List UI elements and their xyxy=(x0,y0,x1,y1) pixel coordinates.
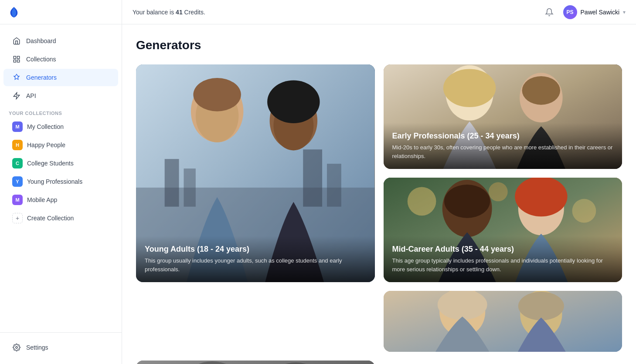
svg-rect-1 xyxy=(17,56,20,58)
coll-avatar-m: M xyxy=(12,121,23,132)
topbar-right: PS Pawel Sawicki ▾ xyxy=(542,5,626,19)
sidebar-item-settings[interactable]: Settings xyxy=(3,339,118,356)
svg-point-35 xyxy=(518,292,564,320)
sidebar-item-mobile-app[interactable]: M Mobile App xyxy=(3,191,118,209)
sidebar-item-college-students[interactable]: C College Students xyxy=(3,155,118,172)
svg-point-5 xyxy=(16,347,18,349)
plus-icon: + xyxy=(12,213,23,223)
main-nav: Dashboard Collections xyxy=(0,31,122,105)
svg-point-20 xyxy=(443,69,495,108)
svg-point-16 xyxy=(193,78,241,111)
coll-avatar-h: H xyxy=(12,140,23,150)
collections-icon xyxy=(12,55,21,64)
coll-avatar-c: C xyxy=(12,158,23,169)
chevron-down-icon: ▾ xyxy=(623,9,626,15)
svg-point-28 xyxy=(444,185,490,218)
rocket-icon xyxy=(12,73,21,82)
svg-point-30 xyxy=(515,178,567,216)
logo xyxy=(7,5,21,19)
card-title-early-prof: Early Professionals (25 - 34 years) xyxy=(392,131,614,141)
coll-label-college-students: College Students xyxy=(27,160,74,167)
svg-point-26 xyxy=(488,182,507,202)
sidebar-bottom: Settings xyxy=(0,332,122,357)
svg-point-24 xyxy=(407,187,436,216)
bell-icon xyxy=(545,8,554,17)
user-name: Pawel Sawicki xyxy=(581,9,619,16)
card-young-adults[interactable]: Young Adults (18 - 24 years) This group … xyxy=(136,64,375,282)
card-desc-early-prof: Mid-20s to early 30s, often covering peo… xyxy=(392,143,614,160)
avatar: PS xyxy=(563,5,577,19)
card-overlay-young-adults: Young Adults (18 - 24 years) This group … xyxy=(136,236,375,282)
sidebar-label-generators: Generators xyxy=(26,74,57,81)
topbar-logo-area xyxy=(0,0,122,24)
card-overlay-early-prof: Early Professionals (25 - 34 years) Mid-… xyxy=(384,123,622,169)
coll-label-my-collection: My Collection xyxy=(27,123,64,130)
user-menu-button[interactable]: PS Pawel Sawicki ▾ xyxy=(563,5,626,19)
lightning-icon xyxy=(12,91,21,100)
card-partial-right[interactable] xyxy=(136,361,375,364)
svg-rect-10 xyxy=(303,149,322,206)
balance-text: Your balance is 41 Credits. xyxy=(122,9,542,16)
sidebar-item-happy-people[interactable]: H Happy People xyxy=(3,136,118,154)
layout: Dashboard Collections xyxy=(0,24,636,364)
notification-button[interactable] xyxy=(542,5,556,19)
coll-label-young-professionals: Young Professionals xyxy=(27,178,82,185)
sidebar-item-api[interactable]: API xyxy=(3,87,118,104)
sidebar-label-api: API xyxy=(26,92,36,99)
svg-rect-8 xyxy=(165,159,179,207)
card-desc-young-adults: This group usually includes younger adul… xyxy=(145,256,366,273)
svg-rect-2 xyxy=(14,60,16,62)
sidebar-item-my-collection[interactable]: M My Collection xyxy=(3,118,118,135)
settings-label: Settings xyxy=(26,344,48,351)
create-collection-label: Create Collection xyxy=(27,215,74,222)
sidebar: Dashboard Collections xyxy=(0,24,122,364)
card-mid-career[interactable]: Mid-Career Adults (35 - 44 years) This a… xyxy=(384,178,622,282)
coll-label-happy-people: Happy People xyxy=(27,142,65,148)
generators-grid: Young Adults (18 - 24 years) This group … xyxy=(136,64,622,364)
coll-label-mobile-app: Mobile App xyxy=(27,196,57,203)
sidebar-label-dashboard: Dashboard xyxy=(26,37,56,44)
card-desc-mid-career: This age group typically includes profes… xyxy=(392,256,614,273)
sidebar-item-generators[interactable]: Generators xyxy=(3,69,118,86)
main-content: Generators xyxy=(122,24,636,364)
sidebar-label-collections: Collections xyxy=(26,56,56,63)
card-overlay-mid-career: Mid-Career Adults (35 - 44 years) This a… xyxy=(384,236,622,282)
card-image-partial-1 xyxy=(384,291,622,352)
coll-avatar-y: Y xyxy=(12,176,23,187)
card-title-young-adults: Young Adults (18 - 24 years) xyxy=(145,245,366,254)
page-title: Generators xyxy=(136,38,622,52)
sidebar-item-dashboard[interactable]: Dashboard xyxy=(3,32,118,50)
svg-point-25 xyxy=(572,199,596,223)
settings-icon xyxy=(12,343,21,352)
card-image-partial-2 xyxy=(136,361,375,364)
coll-avatar-mob: M xyxy=(12,195,23,205)
logo-icon xyxy=(7,5,21,19)
sidebar-item-young-professionals[interactable]: Y Young Professionals xyxy=(3,173,118,190)
svg-rect-0 xyxy=(14,56,16,58)
topbar: Your balance is 41 Credits. PS Pawel Saw… xyxy=(0,0,636,24)
svg-marker-4 xyxy=(14,93,20,99)
right-column: Early Professionals (25 - 34 years) Mid-… xyxy=(384,64,622,282)
svg-rect-11 xyxy=(327,164,341,207)
sidebar-item-collections[interactable]: Collections xyxy=(3,51,118,68)
card-early-professionals[interactable]: Early Professionals (25 - 34 years) Mid-… xyxy=(384,64,622,169)
home-icon xyxy=(12,37,21,45)
svg-rect-31 xyxy=(384,291,622,352)
svg-point-17 xyxy=(267,80,320,123)
svg-rect-3 xyxy=(17,60,20,62)
svg-point-22 xyxy=(522,76,560,105)
svg-rect-36 xyxy=(136,361,375,364)
collections-section-label: Your collections xyxy=(0,105,122,118)
sidebar-item-create-collection[interactable]: + Create Collection xyxy=(3,209,118,227)
card-partial-left[interactable] xyxy=(384,291,622,352)
card-title-mid-career: Mid-Career Adults (35 - 44 years) xyxy=(392,245,614,254)
svg-rect-9 xyxy=(184,169,196,207)
